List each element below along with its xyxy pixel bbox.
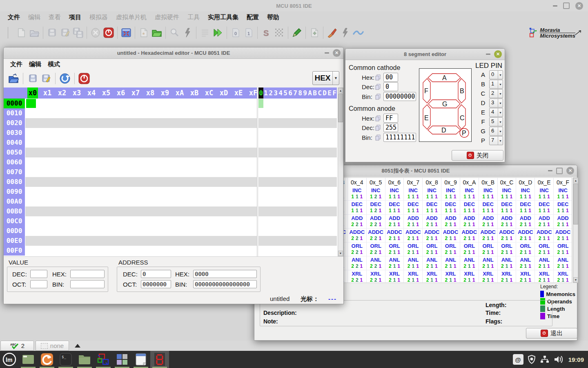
- opcode-cell-ORL-0x_F[interactable]: ORL211: [554, 242, 572, 256]
- hex-cells[interactable]: [25, 108, 257, 118]
- hex-cells[interactable]: [25, 128, 257, 138]
- clock[interactable]: 19:09: [568, 356, 584, 363]
- opcode-cell-DEC-0x_6[interactable]: DEC111: [385, 201, 404, 215]
- value-bin-input[interactable]: [70, 280, 105, 288]
- opcode-cell-INC-0x_5[interactable]: INC121: [367, 187, 385, 201]
- opcode-cell-ADD-0x_6[interactable]: ADD211: [385, 215, 404, 229]
- opcode-cell-ADD-0x_9[interactable]: ADD211: [441, 215, 460, 229]
- hex-cells[interactable]: [25, 187, 257, 197]
- opcode-cell-ORL-0x_8[interactable]: ORL211: [423, 242, 441, 256]
- ascii-cells[interactable]: [258, 138, 337, 148]
- hex-row-0030[interactable]: 0030: [4, 128, 343, 138]
- close-segment-editor-button[interactable]: ⏻ 关闭: [452, 150, 503, 161]
- opcode-cell-ORL-0x_9[interactable]: ORL211: [441, 242, 460, 256]
- close-button[interactable]: ✕: [333, 49, 341, 57]
- taskbar-app-grid[interactable]: [113, 351, 131, 368]
- opcode-cell-ORL-0x_4[interactable]: ORL221: [348, 242, 367, 256]
- menu-项目[interactable]: 项目: [65, 12, 85, 22]
- opcode-cell-INC-0x_F[interactable]: INC111: [554, 187, 572, 201]
- opcode-col-0x_C[interactable]: 0x_C: [498, 178, 517, 187]
- opcode-cell-ORL-0x_D[interactable]: ORL211: [517, 242, 535, 256]
- opcode-cell-INC-0x_8[interactable]: INC111: [423, 187, 441, 201]
- opcode-cell-ADDC-0x_8[interactable]: ADDC211: [423, 229, 441, 242]
- hex-row-0010[interactable]: 0010: [4, 108, 343, 118]
- opcode-cell-XRL-0x_5[interactable]: XRL221: [367, 270, 385, 283]
- wave-icon[interactable]: [352, 26, 364, 39]
- cathode-bin-input[interactable]: [383, 92, 416, 101]
- opcode-cell-XRL-0x_A[interactable]: XRL211: [460, 270, 479, 283]
- opcode-cell-ADD-0x_E[interactable]: ADD211: [535, 215, 554, 229]
- opcode-cell-ADDC-0x_F[interactable]: ADDC211: [554, 229, 572, 242]
- copy-icon[interactable]: [375, 124, 381, 131]
- opcode-cell-ANL-0x_A[interactable]: ANL211: [460, 256, 479, 270]
- chevron-down-icon[interactable]: ▼: [498, 80, 503, 88]
- hex-scrollbar[interactable]: ▲ ▼: [338, 88, 343, 256]
- hex-cells[interactable]: [25, 148, 257, 157]
- opcode-cell-ADDC-0x_9[interactable]: ADDC211: [441, 229, 460, 242]
- hex-row-00A0[interactable]: 00A0: [4, 197, 343, 206]
- value-oct-input[interactable]: [30, 280, 47, 288]
- opcode-col-0x_6[interactable]: 0x_6: [385, 178, 404, 187]
- copy-icon[interactable]: [375, 134, 381, 141]
- hex-cells[interactable]: [25, 118, 257, 128]
- chevron-down-icon[interactable]: ▼: [498, 99, 503, 107]
- menu-文件[interactable]: 文件: [4, 12, 24, 22]
- opcode-cell-ORL-0x_7[interactable]: ORL211: [404, 242, 423, 256]
- taskbar-mint-menu[interactable]: lm: [0, 351, 19, 368]
- opcode-cell-ADD-0x_4[interactable]: ADD221: [348, 215, 367, 229]
- menu-实用工具集[interactable]: 实用工具集: [204, 12, 242, 22]
- pin-select-A[interactable]: 0▼: [489, 70, 503, 79]
- opcode-col-0x_5[interactable]: 0x_5: [367, 178, 385, 187]
- opcode-cell-ANL-0x_4[interactable]: ANL221: [348, 256, 367, 270]
- save-icon[interactable]: [27, 72, 39, 85]
- ascii-cells[interactable]: [258, 118, 337, 128]
- opcode-table-scrollbar[interactable]: ▲ ▼: [573, 177, 578, 283]
- opcode-cell-DEC-0x_9[interactable]: DEC111: [441, 201, 460, 215]
- opcode-cell-INC-0x_9[interactable]: INC111: [441, 187, 460, 201]
- opcode-col-0x_D[interactable]: 0x_D: [517, 178, 535, 187]
- copy-icon[interactable]: [375, 93, 381, 100]
- opcode-cell-ADDC-0x_B[interactable]: ADDC211: [479, 229, 498, 242]
- restore-button[interactable]: [556, 168, 563, 174]
- opcode-col-0x_9[interactable]: 0x_9: [441, 178, 460, 187]
- refresh-icon[interactable]: [59, 72, 71, 85]
- hex-row-0070[interactable]: 0070: [4, 167, 343, 177]
- opcode-cell-INC-0x_B[interactable]: INC111: [479, 187, 498, 201]
- opcode-cell-INC-0x_4[interactable]: INC111: [348, 187, 367, 201]
- hex-cells[interactable]: [25, 157, 257, 167]
- pencil-icon[interactable]: [291, 26, 303, 39]
- opcode-cell-ADD-0x_8[interactable]: ADD211: [423, 215, 441, 229]
- opcode-cell-XRL-0x_8[interactable]: XRL211: [423, 270, 441, 283]
- pin-select-F[interactable]: 5▼: [489, 117, 503, 126]
- seven-segment-display[interactable]: A B C D E F G P: [419, 68, 472, 142]
- ascii-cells[interactable]: [258, 167, 337, 177]
- ascii-cells[interactable]: [258, 148, 337, 157]
- hex-cells[interactable]: [25, 99, 257, 108]
- opcode-cell-ADD-0x_5[interactable]: ADD221: [367, 215, 385, 229]
- keyboard-layout-button[interactable]: none: [36, 341, 69, 351]
- minimize-button[interactable]: [553, 5, 557, 7]
- opcode-cell-ADD-0x_A[interactable]: ADD211: [460, 215, 479, 229]
- hex-row-00D0[interactable]: 00D0: [4, 226, 343, 236]
- opcode-cell-ADDC-0x_5[interactable]: ADDC221: [367, 229, 385, 242]
- network-icon[interactable]: [540, 355, 550, 364]
- opcode-cell-INC-0x_D[interactable]: INC111: [517, 187, 535, 201]
- minimize-button[interactable]: [486, 54, 490, 55]
- cathode-hex-input[interactable]: [383, 73, 398, 82]
- copy-icon[interactable]: [375, 115, 381, 121]
- hex-menu-文件[interactable]: 文件: [7, 60, 26, 69]
- hex-cells[interactable]: [25, 246, 257, 256]
- ascii-cells[interactable]: [258, 187, 337, 197]
- opcode-col-0x_F[interactable]: 0x_F: [554, 178, 572, 187]
- chevron-down-icon[interactable]: ▼: [498, 71, 503, 79]
- pin-select-P[interactable]: 7▼: [489, 136, 503, 145]
- opcode-cell-DEC-0x_8[interactable]: DEC111: [423, 201, 441, 215]
- opcode-cell-XRL-0x_7[interactable]: XRL211: [404, 270, 423, 283]
- hex-cells[interactable]: [25, 177, 257, 187]
- ascii-cells[interactable]: [258, 236, 337, 246]
- hex-row-00C0[interactable]: 00C0: [4, 216, 343, 226]
- opcode-cell-XRL-0x_F[interactable]: XRL211: [554, 270, 572, 283]
- pin-select-E[interactable]: 4▼: [489, 108, 503, 117]
- opcode-cell-ADD-0x_F[interactable]: ADD211: [554, 215, 572, 229]
- spellcheck-button[interactable]: ABC 2: [0, 341, 34, 351]
